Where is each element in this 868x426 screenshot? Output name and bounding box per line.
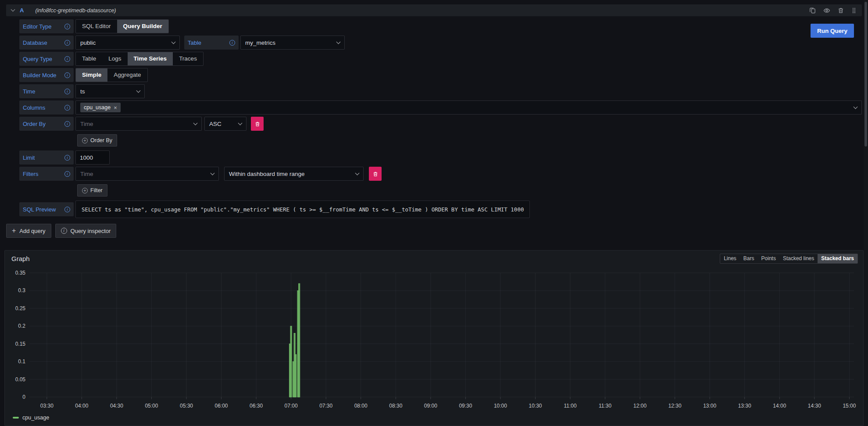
editor-type-option-query-builder[interactable]: Query Builder: [117, 20, 168, 33]
mode-bars[interactable]: Bars: [740, 254, 758, 263]
database-select[interactable]: public: [75, 36, 180, 50]
svg-text:07:30: 07:30: [319, 403, 332, 409]
info-circle-icon: i: [61, 228, 67, 234]
info-icon[interactable]: i: [64, 105, 70, 111]
add-filter-button[interactable]: + Filter: [77, 184, 107, 197]
table-label: Table i: [184, 36, 239, 50]
query-type-option-traces[interactable]: Traces: [173, 52, 203, 65]
mode-stacked-lines[interactable]: Stacked lines: [779, 254, 818, 263]
svg-text:11:00: 11:00: [564, 403, 576, 409]
query-header[interactable]: A (info8fcc-greptimedb-datasource): [6, 4, 862, 16]
info-icon[interactable]: i: [64, 121, 70, 127]
add-order-by-button[interactable]: + Order By: [77, 134, 117, 147]
editor-type-option-sql-editor[interactable]: SQL Editor: [76, 20, 117, 33]
order-by-direction-value: ASC: [209, 121, 221, 127]
query-inspector-button[interactable]: i Query inspector: [55, 224, 117, 238]
filter-field-select[interactable]: Time: [75, 167, 219, 181]
query-type-option-time-series[interactable]: Time Series: [128, 52, 173, 65]
drag-handle-icon[interactable]: [851, 7, 857, 14]
chevron-down-icon: [355, 171, 360, 175]
svg-text:0.25: 0.25: [15, 305, 26, 311]
svg-text:06:30: 06:30: [250, 403, 263, 409]
limit-input[interactable]: [75, 150, 110, 165]
info-icon[interactable]: i: [64, 24, 70, 29]
table-select[interactable]: my_metrics: [240, 36, 345, 50]
chevron-down-icon: [193, 121, 198, 125]
column-chip-cpu-usage[interactable]: cpu_usage ×: [80, 103, 121, 112]
chevron-down-icon[interactable]: [11, 7, 15, 12]
info-icon[interactable]: i: [64, 171, 70, 177]
svg-text:05:30: 05:30: [180, 403, 193, 409]
info-icon[interactable]: i: [64, 155, 70, 161]
query-type-label: Query Type i: [19, 52, 74, 66]
svg-text:07:00: 07:00: [285, 403, 298, 409]
graph-panel-header: Graph Lines Bars Points Stacked lines St…: [5, 251, 863, 266]
svg-text:11:30: 11:30: [599, 403, 611, 409]
query-ref-letter: A: [20, 7, 24, 14]
display-mode-toggle: Lines Bars Points Stacked lines Stacked …: [720, 254, 858, 264]
scrollbar-thumb[interactable]: [864, 2, 867, 147]
remove-filter-button[interactable]: [369, 167, 382, 181]
filter-condition-select[interactable]: Within dashboard time range: [224, 167, 364, 181]
remove-order-by-button[interactable]: [251, 117, 264, 131]
time-column-select[interactable]: ts: [75, 84, 145, 98]
table-select-value: my_metrics: [245, 39, 275, 46]
sql-preview-label: SQL Preview i: [19, 202, 74, 216]
chevron-down-icon: [171, 39, 176, 44]
chevron-down-icon: [854, 104, 858, 109]
chevron-down-icon: [136, 88, 141, 93]
remove-query-trash-icon[interactable]: [838, 7, 844, 14]
mode-points[interactable]: Points: [758, 254, 779, 263]
svg-text:12:30: 12:30: [668, 403, 682, 409]
trash-icon: [373, 171, 378, 177]
order-by-field-select[interactable]: Time: [75, 117, 202, 131]
chevron-down-icon: [238, 121, 243, 125]
limit-label: Limit i: [19, 150, 74, 165]
time-row: Time i ts: [19, 84, 862, 98]
editor-type-row: Editor Type i SQL Editor Query Builder: [19, 19, 862, 33]
columns-multiselect[interactable]: cpu_usage ×: [75, 100, 862, 115]
info-icon[interactable]: i: [64, 40, 70, 46]
add-query-button[interactable]: + Add query: [6, 224, 51, 238]
svg-text:13:00: 13:00: [703, 403, 716, 409]
svg-text:08:30: 08:30: [389, 403, 402, 409]
svg-text:03:30: 03:30: [40, 403, 54, 409]
hide-response-eye-icon[interactable]: [823, 7, 830, 14]
query-type-toggle: Table Logs Time Series Traces: [75, 52, 204, 66]
remove-chip-icon[interactable]: ×: [114, 105, 117, 111]
info-icon[interactable]: i: [229, 40, 235, 46]
run-query-button[interactable]: Run Query: [811, 24, 854, 38]
order-by-row: Order By i Time ASC: [19, 117, 862, 131]
svg-text:08:00: 08:00: [354, 403, 368, 409]
order-by-direction-select[interactable]: ASC: [204, 117, 246, 131]
query-type-option-table[interactable]: Table: [76, 52, 102, 65]
svg-text:04:00: 04:00: [75, 403, 88, 409]
filters-row: Filters i Time Within dashboard time ran…: [19, 167, 862, 181]
svg-text:12:00: 12:00: [633, 403, 647, 409]
svg-text:14:00: 14:00: [773, 403, 786, 409]
filters-label: Filters i: [19, 167, 74, 181]
info-icon[interactable]: i: [64, 89, 70, 94]
info-icon[interactable]: i: [64, 72, 70, 78]
svg-text:0.1: 0.1: [18, 358, 25, 365]
svg-text:09:30: 09:30: [459, 403, 472, 409]
time-label: Time i: [19, 84, 74, 98]
svg-text:0.3: 0.3: [18, 287, 25, 294]
duplicate-query-icon[interactable]: [809, 7, 816, 14]
legend-item-cpu-usage[interactable]: cpu_usage: [13, 415, 49, 421]
svg-text:10:30: 10:30: [529, 403, 542, 409]
query-type-option-logs[interactable]: Logs: [102, 52, 127, 65]
mode-lines[interactable]: Lines: [720, 254, 740, 263]
info-icon[interactable]: i: [64, 56, 70, 62]
graph-panel: Graph Lines Bars Points Stacked lines St…: [4, 250, 864, 426]
time-column-value: ts: [80, 88, 85, 95]
mode-stacked-bars[interactable]: Stacked bars: [818, 254, 857, 263]
grafana-query-editor-page: A (info8fcc-greptimedb-datasource): [0, 0, 868, 426]
database-select-value: public: [80, 39, 96, 46]
builder-mode-option-simple[interactable]: Simple: [76, 68, 107, 82]
svg-text:05:00: 05:00: [145, 403, 158, 409]
builder-mode-option-aggregate[interactable]: Aggregate: [107, 68, 147, 82]
order-by-field-placeholder: Time: [80, 121, 93, 127]
editor-type-toggle: SQL Editor Query Builder: [75, 19, 169, 33]
info-icon[interactable]: i: [64, 207, 70, 212]
